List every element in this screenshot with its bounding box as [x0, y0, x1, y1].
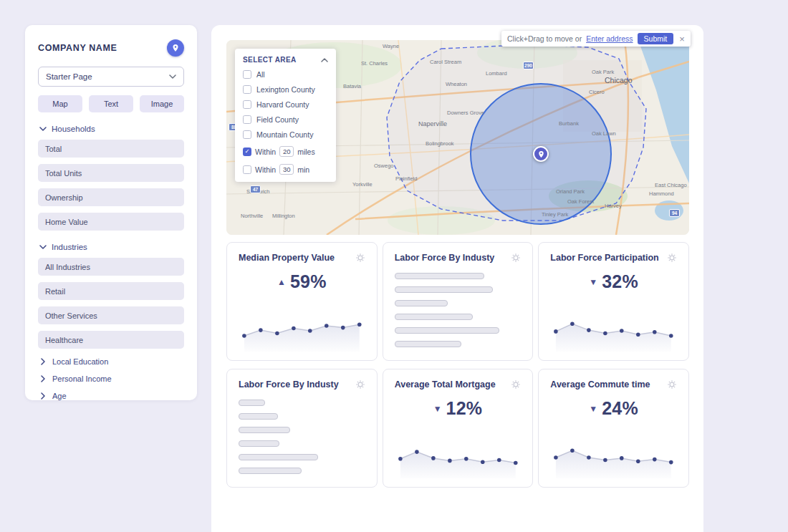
sidebar-item[interactable]: Total — [38, 140, 184, 158]
chevron-up-icon[interactable] — [321, 58, 328, 62]
industry-bar — [239, 468, 302, 474]
enter-address-link[interactable]: Enter address — [586, 34, 633, 43]
industry-bar — [239, 440, 279, 447]
view-button[interactable]: Map — [38, 95, 82, 112]
map-pin-handle[interactable] — [533, 146, 549, 162]
sidebar-item-label: Retail — [45, 287, 65, 296]
map-canvas[interactable]: WayneSt. CharlesCarol StreamLombardWheat… — [226, 40, 689, 235]
county-option[interactable]: Lexington County — [243, 85, 328, 94]
gear-icon[interactable] — [355, 379, 365, 390]
county-option[interactable]: Field County — [243, 115, 328, 124]
within-miles-filter: Within miles — [243, 146, 328, 157]
county-option[interactable]: Mountain County — [243, 130, 328, 139]
collapsed-section-label: Local Education — [52, 357, 108, 366]
checkbox[interactable] — [243, 70, 251, 79]
miles-unit-label: miles — [297, 147, 315, 156]
industry-bar — [395, 286, 494, 293]
minutes-unit-label: min — [297, 165, 309, 174]
industry-bar — [239, 427, 290, 433]
page-selector[interactable]: Starter Page — [38, 67, 184, 87]
card-labor-force-by-industry-1: Labor Force By Industy — [383, 242, 534, 361]
view-button[interactable]: Text — [89, 95, 133, 112]
page-selector-value: Starter Page — [46, 72, 92, 81]
industry-bar — [395, 273, 484, 279]
gear-icon[interactable] — [511, 253, 521, 263]
collapsed-section[interactable]: Age — [38, 392, 184, 400]
view-button-label: Text — [104, 100, 118, 108]
sidebar-item-label: Other Services — [45, 311, 97, 320]
sparkline-chart — [395, 437, 522, 478]
county-option-label: Lexington County — [256, 85, 315, 94]
sparkline-chart — [550, 310, 677, 352]
location-pin-icon — [171, 44, 180, 52]
view-button[interactable]: Image — [140, 95, 184, 112]
collapsed-section[interactable]: Personal Income — [38, 374, 184, 383]
county-option-label: Mountain County — [256, 130, 313, 139]
within-label: Within — [255, 147, 276, 156]
sidebar-item-label: Ownership — [45, 193, 83, 202]
drag-hint-text: Click+Drag to move or — [507, 34, 582, 43]
industry-bar — [395, 314, 474, 320]
gear-icon[interactable] — [667, 253, 677, 263]
sidebar: COMPANY NAME Starter Page Map Text Image… — [25, 25, 197, 400]
sidebar-item[interactable]: Other Services — [38, 306, 184, 324]
card-title: Labor Force By Industy — [395, 253, 495, 263]
section-industries[interactable]: Industries — [38, 243, 184, 251]
location-pin-icon — [537, 150, 545, 158]
sidebar-item[interactable]: Home Value — [38, 213, 184, 231]
checkbox[interactable] — [243, 115, 251, 124]
county-option-label: Field County — [256, 115, 299, 124]
section-households[interactable]: Households — [38, 125, 184, 133]
industry-bar — [395, 300, 448, 306]
sidebar-item[interactable]: Total Units — [38, 164, 184, 182]
trend-down-icon: ▼ — [589, 277, 597, 287]
main-panel: WayneSt. CharlesCarol StreamLombardWheat… — [211, 25, 703, 532]
collapsed-section[interactable]: Local Education — [38, 357, 184, 366]
industry-bar — [239, 413, 278, 420]
county-option[interactable]: All — [243, 70, 328, 79]
checkbox-checked[interactable] — [243, 147, 251, 156]
minutes-input[interactable] — [279, 164, 294, 175]
trend-value: ▲ 59% — [239, 271, 365, 292]
card-title: Labor Force Participation — [550, 253, 658, 263]
within-label: Within — [255, 165, 276, 174]
chevron-right-icon — [41, 375, 45, 382]
sidebar-item-label: All Industries — [45, 263, 90, 271]
locate-button[interactable] — [167, 39, 184, 57]
company-name: COMPANY NAME — [38, 43, 117, 53]
trend-percent: 59% — [290, 271, 327, 292]
industry-bar — [239, 454, 318, 460]
bar-chart — [395, 273, 522, 347]
submit-button[interactable]: Submit — [638, 33, 674, 44]
trend-up-icon: ▲ — [277, 277, 286, 287]
gear-icon[interactable] — [667, 379, 677, 390]
checkbox[interactable] — [243, 85, 251, 94]
collapsed-section-label: Personal Income — [52, 374, 112, 383]
card-title: Average Commute time — [550, 379, 650, 390]
card-title: Average Total Mortgage — [395, 379, 496, 390]
checkbox[interactable] — [243, 130, 251, 139]
chevron-right-icon — [41, 392, 45, 400]
sidebar-item[interactable]: All Industries — [38, 258, 184, 276]
card-labor-force-by-industry-2: Labor Force By Industy — [226, 369, 378, 488]
select-area-title: SELECT AREA — [243, 56, 297, 64]
sidebar-item[interactable]: Ownership — [38, 188, 184, 206]
county-option-label: All — [256, 70, 265, 79]
checkbox[interactable] — [243, 165, 251, 174]
sidebar-item-label: Healthcare — [45, 336, 83, 344]
gear-icon[interactable] — [355, 253, 365, 263]
miles-input[interactable] — [279, 146, 294, 157]
checkbox[interactable] — [243, 100, 251, 109]
sparkline-chart — [239, 310, 365, 352]
gear-icon[interactable] — [511, 379, 521, 390]
address-toolbar: Click+Drag to move or Enter address Subm… — [501, 31, 691, 47]
view-toggle-group: Map Text Image — [38, 95, 184, 112]
bar-chart — [239, 400, 365, 474]
sidebar-item[interactable]: Healthcare — [38, 331, 184, 349]
sidebar-item[interactable]: Retail — [38, 282, 184, 300]
select-area-panel: SELECT AREA All Lexington County Harvard… — [235, 49, 336, 182]
trend-value: ▼ 24% — [550, 398, 677, 419]
close-icon[interactable]: × — [679, 34, 685, 44]
sidebar-item-label: Home Value — [45, 218, 88, 226]
county-option[interactable]: Harvard County — [243, 100, 328, 109]
